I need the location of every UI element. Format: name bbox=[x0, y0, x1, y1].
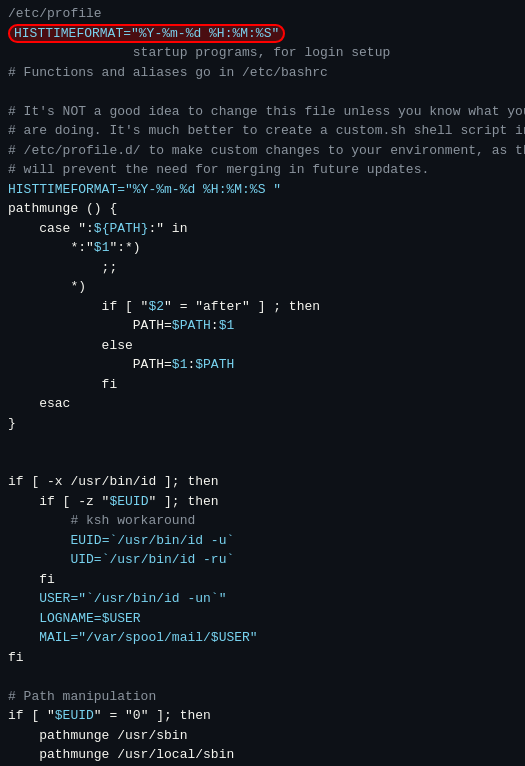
code-line-37: if [ "$EUID" = "0" ]; then bbox=[8, 706, 517, 726]
code-line-3: startup programs, for login setup bbox=[8, 43, 517, 63]
highlight-span: HISTTIMEFORMAT="%Y-%m-%d %H:%M:%S" bbox=[8, 24, 285, 43]
code-line-2: HISTTIMEFORMAT="%Y-%m-%d %H:%M:%S" bbox=[8, 24, 517, 44]
code-line-24 bbox=[8, 453, 517, 473]
code-line-28: EUID=`/usr/bin/id -u` bbox=[8, 531, 517, 551]
code-line-31: USER="`/usr/bin/id -un`" bbox=[8, 589, 517, 609]
code-line-22: } bbox=[8, 414, 517, 434]
code-line-1: /etc/profile bbox=[8, 4, 517, 24]
code-line-6: # It's NOT a good idea to change this fi… bbox=[8, 102, 517, 122]
code-line-10: HISTTIMEFORMAT="%Y-%m-%d %H:%M:%S " bbox=[8, 180, 517, 200]
code-line-18: else bbox=[8, 336, 517, 356]
code-line-25: if [ -x /usr/bin/id ]; then bbox=[8, 472, 517, 492]
code-line-16: if [ "$2" = "after" ] ; then bbox=[8, 297, 517, 317]
code-line-30: fi bbox=[8, 570, 517, 590]
code-line-15: *) bbox=[8, 277, 517, 297]
code-line-11: pathmunge () { bbox=[8, 199, 517, 219]
code-line-20: fi bbox=[8, 375, 517, 395]
code-line-12: case ":${PATH}:" in bbox=[8, 219, 517, 239]
code-line-19: PATH=$1:$PATH bbox=[8, 355, 517, 375]
code-line-4: # Functions and aliases go in /etc/bashr… bbox=[8, 63, 517, 83]
code-line-27: # ksh workaround bbox=[8, 511, 517, 531]
code-line-32: LOGNAME=$USER bbox=[8, 609, 517, 629]
code-line-35 bbox=[8, 667, 517, 687]
code-line-9: # will prevent the need for merging in f… bbox=[8, 160, 517, 180]
code-line-23 bbox=[8, 433, 517, 453]
code-line-36: # Path manipulation bbox=[8, 687, 517, 707]
code-line-7: # are doing. It's much better to create … bbox=[8, 121, 517, 141]
code-line-33: MAIL="/var/spool/mail/$USER" bbox=[8, 628, 517, 648]
code-line-34: fi bbox=[8, 648, 517, 668]
code-line-39: pathmunge /usr/local/sbin bbox=[8, 745, 517, 765]
code-line-8: # /etc/profile.d/ to make custom changes… bbox=[8, 141, 517, 161]
code-line-13: *:"$1":*) bbox=[8, 238, 517, 258]
code-line-17: PATH=$PATH:$1 bbox=[8, 316, 517, 336]
code-line-29: UID=`/usr/bin/id -ru` bbox=[8, 550, 517, 570]
code-line-21: esac bbox=[8, 394, 517, 414]
code-line-14: ;; bbox=[8, 258, 517, 278]
code-line-26: if [ -z "$EUID" ]; then bbox=[8, 492, 517, 512]
code-line-38: pathmunge /usr/sbin bbox=[8, 726, 517, 746]
code-line-5 bbox=[8, 82, 517, 102]
code-block: /etc/profile HISTTIMEFORMAT="%Y-%m-%d %H… bbox=[0, 0, 525, 766]
